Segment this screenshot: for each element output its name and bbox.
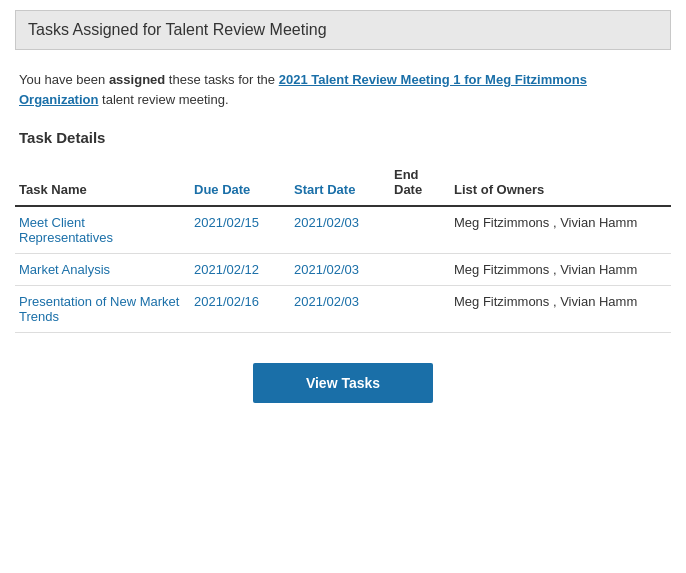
end-date-cell [390,254,450,286]
task-name-link[interactable]: Meet Client Representatives [19,215,113,245]
start-date-cell: 2021/02/03 [290,286,390,333]
due-date-cell: 2021/02/16 [190,286,290,333]
task-details-heading: Task Details [15,129,671,146]
page-title-bar: Tasks Assigned for Talent Review Meeting [15,10,671,50]
end-date-cell [390,286,450,333]
task-name-link[interactable]: Market Analysis [19,262,110,277]
start-date-cell: 2021/02/03 [290,206,390,254]
col-header-task-name: Task Name [15,161,190,206]
task-name-cell: Meet Client Representatives [15,206,190,254]
due-date-cell: 2021/02/12 [190,254,290,286]
task-table: Task Name Due Date Start Date End Date L… [15,161,671,333]
page-title: Tasks Assigned for Talent Review Meeting [28,21,327,38]
owners-cell: Meg Fitzimmons , Vivian Hamm [450,286,671,333]
table-row: Meet Client Representatives2021/02/15202… [15,206,671,254]
task-name-link[interactable]: Presentation of New Market Trends [19,294,179,324]
intro-suffix: talent review meeting. [98,92,228,107]
task-name-cell: Presentation of New Market Trends [15,286,190,333]
view-tasks-button[interactable]: View Tasks [253,363,433,403]
intro-prefix: You have been [19,72,109,87]
end-date-cell [390,206,450,254]
owners-cell: Meg Fitzimmons , Vivian Hamm [450,206,671,254]
start-date-cell: 2021/02/03 [290,254,390,286]
due-date-cell: 2021/02/15 [190,206,290,254]
task-name-cell: Market Analysis [15,254,190,286]
col-header-end-date: End Date [390,161,450,206]
table-row: Presentation of New Market Trends2021/02… [15,286,671,333]
table-row: Market Analysis2021/02/122021/02/03Meg F… [15,254,671,286]
col-header-start-date: Start Date [290,161,390,206]
main-container: Tasks Assigned for Talent Review Meeting… [0,0,686,423]
col-header-owners: List of Owners [450,161,671,206]
table-header-row: Task Name Due Date Start Date End Date L… [15,161,671,206]
owners-cell: Meg Fitzimmons , Vivian Hamm [450,254,671,286]
intro-bold-assigned: assigned [109,72,165,87]
intro-middle: these tasks for the [165,72,278,87]
intro-paragraph: You have been assigned these tasks for t… [15,70,671,109]
col-header-due-date: Due Date [190,161,290,206]
button-container: View Tasks [15,358,671,403]
